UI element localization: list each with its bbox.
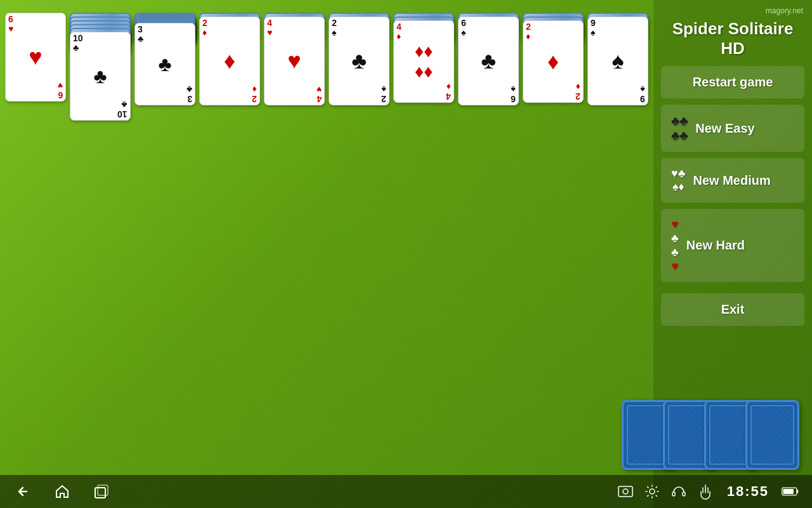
system-icons [617,483,714,500]
svg-point-3 [623,489,628,494]
site-credit: magory.net [661,6,804,15]
easy-icon: ♣♣♣♣ [671,114,688,143]
new-easy-label: New Easy [695,121,754,136]
card-3c[interactable]: 3♣ ♣ 3♣ [134,23,195,105]
card-column-9: 2♦ ♦ 2♦ [523,13,584,103]
exit-label: Exit [721,302,745,317]
card-column-1: 6♥ ♥ 6♥ [5,13,66,102]
restart-label: Restart game [693,75,773,90]
card-3s[interactable]: 9♠ ♠ 9♠ [587,17,648,105]
card-3h[interactable]: 4♥ ♥ 4♥ [264,17,325,105]
hard-icon: ♥♣♣♥ [671,218,679,273]
play-area: 6♥ ♥ 6♥ 10♣ ♣ 10♣ [0,6,653,476]
home-button[interactable] [52,481,72,502]
card-column-8: 6♠ ♣ 6♠ [458,13,519,105]
card-column-5: 4♥ ♥ 4♥ [264,13,325,105]
medium-icon: ♥♣♠♦ [671,167,686,194]
svg-point-4 [650,489,655,494]
nav-left [13,481,112,502]
svg-rect-2 [619,486,632,497]
card-column-7: 4♦ ♦♦♦♦ 4♦ [393,13,454,103]
card-10d[interactable]: 4♦ ♦♦♦♦ 4♦ [393,20,454,103]
new-medium-label: New Medium [693,173,771,188]
card-6h[interactable]: 6♥ ♥ 6♥ [5,13,66,102]
new-medium-button[interactable]: ♥♣♠♦ New Medium [661,158,804,203]
exit-button[interactable]: Exit [661,293,804,326]
new-easy-button[interactable]: ♣♣♣♣ New Easy [661,105,804,152]
card-9d[interactable]: 2♦ ♦ 2♦ [523,20,584,103]
battery-icon [782,483,799,500]
card-column-6: 2♠ ♣ 2♠ [329,13,390,105]
card-column-2: 10♣ ♣ 10♣ [70,13,131,121]
nav-right: 18:55 [617,483,799,500]
card-2d[interactable]: 2♦ ♦ 2♦ [199,17,260,105]
hand-icon [697,483,714,500]
svg-rect-9 [783,489,793,494]
card-deck[interactable] [622,400,799,470]
svg-rect-1 [98,485,108,495]
new-hard-label: New Hard [686,238,745,253]
new-hard-button[interactable]: ♥♣♣♥ New Hard [661,209,804,282]
nav-bar: 18:55 [0,475,812,508]
svg-rect-5 [672,492,675,496]
svg-rect-8 [797,490,798,493]
card-column-10: 9♠ ♠ 9♠ [587,13,648,105]
card-ac[interactable]: 6♠ ♣ 6♠ [458,17,519,105]
screenshot-icon [617,483,634,500]
svg-rect-6 [683,492,685,496]
recent-apps-button[interactable] [91,481,112,502]
time-display: 18:55 [727,483,769,500]
card-column-3: 3♣ ♣ 3♣ [134,13,195,105]
settings-icon[interactable] [643,483,661,500]
headphone-icon [670,483,688,500]
back-button[interactable] [13,481,33,502]
restart-button[interactable]: Restart game [661,66,804,98]
deck-card-4[interactable] [745,400,799,470]
card-10c[interactable]: 10♣ ♣ 10♣ [70,32,131,121]
card-column-4: 2♦ ♦ 2♦ [199,13,260,105]
app-title: Spider Solitaire HD [661,19,804,58]
card-ad[interactable]: 2♠ ♣ 2♠ [329,17,390,105]
svg-rect-0 [95,488,105,498]
